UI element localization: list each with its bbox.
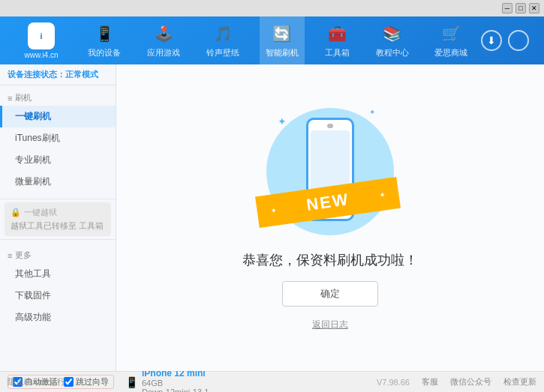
jailbreak-section: 🔒 一键越狱 越狱工具已转移至 工具箱 [5,202,111,236]
lock-icon: 🔒 [11,208,21,217]
nav-smart-flash[interactable]: 🔄 智能刷机 [260,16,305,64]
ringtone-icon: 🎵 [212,23,233,44]
tutorial-icon: 📚 [382,23,403,44]
header: i www.i4.cn 📱 我的设备 🕹️ 应用游戏 🎵 铃声壁纸 🔄 智能刷机… [0,16,544,64]
sidebar-item-download-firmware[interactable]: 下载固件 [0,285,116,307]
main-content: ✦ ✦ ✦ NEW ✦ ✦ 恭喜您，保资料刷机成功啦！ 确定 返回日志 [116,64,544,371]
store-icon: 🛒 [440,23,461,44]
skip-wizard-checkbox-label[interactable]: 跳过向导 [64,376,109,388]
close-button[interactable]: ✕ [529,3,539,13]
nav-store-label: 爱思商城 [434,47,467,58]
download-button[interactable]: ⬇ [481,30,502,51]
connection-status: 设备连接状态：正常模式 [0,64,116,85]
more-section-icon: ≡ [8,251,12,260]
logo[interactable]: i www.i4.cn [8,22,75,59]
logo-site: www.i4.cn [24,51,58,59]
flash-section-title: ≡ 刷机 [0,88,116,106]
download-firmware-label: 下载固件 [15,289,51,302]
minimize-button[interactable]: ─ [502,3,512,13]
skip-wizard-label: 跳过向导 [76,376,109,388]
sparkle-right: ✦ [379,190,386,199]
device-version: Down-12mini-13,1 [142,388,209,393]
flash-section-label: 刷机 [15,92,32,103]
itunes-status-label: 阻止iTunes运行 [8,376,65,388]
flash-section-icon: ≡ [8,94,12,103]
user-button[interactable]: 👤 [508,30,529,51]
nav-apps-games-label: 应用游戏 [147,47,180,58]
sidebar-item-advanced[interactable]: 高级功能 [0,307,116,328]
status-value: 正常模式 [65,70,98,79]
nav-toolbox-label: 工具箱 [325,47,350,58]
divider-1 [0,199,116,199]
confirm-button[interactable]: 确定 [282,281,378,307]
toolbox-icon: 🧰 [326,23,347,44]
device-details: iPhone 12 mini 64GB Down-12mini-13,1 [142,368,209,393]
nav-toolbox[interactable]: 🧰 工具箱 [319,16,356,64]
nav-ringtone-label: 铃声壁纸 [206,47,239,58]
wechat-official-link[interactable]: 微信公众号 [450,376,491,388]
jailbreak-label: 一键越狱 [24,207,57,218]
pro-flash-label: 专业刷机 [15,154,51,166]
sidebar-item-itunes-flash[interactable]: iTunes刷机 [0,127,116,149]
sidebar: 设备连接状态：正常模式 ≡ 刷机 一键刷机 iTunes刷机 专业刷机 微量刷机 [0,64,116,371]
version-label: V7.98.66 [377,378,410,387]
device-storage: 64GB [142,379,209,388]
nav-ringtone[interactable]: 🎵 铃声壁纸 [200,16,245,64]
nav-apps-games[interactable]: 🕹️ 应用游戏 [141,16,186,64]
status-prefix: 设备连接状态： [8,70,65,79]
nav-tutorial[interactable]: 📚 教程中心 [370,16,415,64]
sparkle-1: ✦ [278,115,287,127]
my-device-icon: 📱 [94,23,115,44]
itunes-running-status: 阻止iTunes运行 [8,371,65,392]
logo-icon: i [28,22,55,49]
header-right: ⬇ 👤 [481,30,536,51]
nav-my-device[interactable]: 📱 我的设备 [82,16,127,64]
itunes-flash-label: iTunes刷机 [15,132,60,145]
more-section-title: ≡ 更多 [0,246,116,263]
check-update-link[interactable]: 检查更新 [503,376,536,388]
sidebar-item-pro-flash[interactable]: 专业刷机 [0,149,116,171]
more-section: ≡ 更多 其他工具 下载固件 高级功能 [0,243,116,331]
title-bar: ─ □ ✕ [0,0,544,16]
smart-flash-icon: 🔄 [272,23,293,44]
divider-2 [0,239,116,240]
one-key-flash-label: 一键刷机 [15,110,51,123]
sidebar-item-other-tools[interactable]: 其他工具 [0,263,116,285]
main-layout: 设备连接状态：正常模式 ≡ 刷机 一键刷机 iTunes刷机 专业刷机 微量刷机 [0,64,544,371]
bottom-bar: 自动激活 跳过向导 📱 iPhone 12 mini 64GB Down-12m… [0,371,544,392]
flash-section: ≡ 刷机 一键刷机 iTunes刷机 专业刷机 微量刷机 [0,85,116,196]
other-tools-label: 其他工具 [15,268,51,280]
sidebar-item-one-key-flash[interactable]: 一键刷机 [0,106,116,127]
sparkle-left: ✦ [270,205,277,214]
nav-tutorial-label: 教程中心 [376,47,409,58]
jailbreak-title: 🔒 一键越狱 [11,207,105,218]
back-link[interactable]: 返回日志 [312,319,348,331]
more-section-label: 更多 [15,250,32,261]
maximize-button[interactable]: □ [515,3,526,13]
success-title: 恭喜您，保资料刷机成功啦！ [242,251,418,269]
sidebar-item-micro-flash[interactable]: 微量刷机 [0,171,116,193]
nav-my-device-label: 我的设备 [88,47,121,58]
bottom-right: V7.98.66 客服 微信公众号 检查更新 [377,376,536,388]
nav-store[interactable]: 🛒 爱思商城 [428,16,473,64]
jailbreak-content: 越狱工具已转移至 工具箱 [11,220,105,232]
advanced-label: 高级功能 [15,311,51,324]
device-info: 📱 iPhone 12 mini 64GB Down-12mini-13,1 [125,368,209,393]
phone-illustration: ✦ ✦ ✦ NEW ✦ ✦ [263,104,398,239]
phone-speaker [327,124,333,128]
micro-flash-label: 微量刷机 [15,175,51,188]
apps-games-icon: 🕹️ [153,23,174,44]
new-badge: NEW [305,190,350,215]
nav-items: 📱 我的设备 🕹️ 应用游戏 🎵 铃声壁纸 🔄 智能刷机 🧰 工具箱 📚 教程中… [75,16,481,64]
success-illustration: ✦ ✦ ✦ NEW ✦ ✦ 恭喜您，保资料刷机成功啦！ 确定 返回日志 [242,104,418,331]
phone-icon: 📱 [125,376,138,388]
skip-wizard-checkbox[interactable] [64,377,74,387]
nav-smart-flash-label: 智能刷机 [266,47,299,58]
sparkle-2: ✦ [369,108,375,116]
customer-service-link[interactable]: 客服 [422,376,438,388]
